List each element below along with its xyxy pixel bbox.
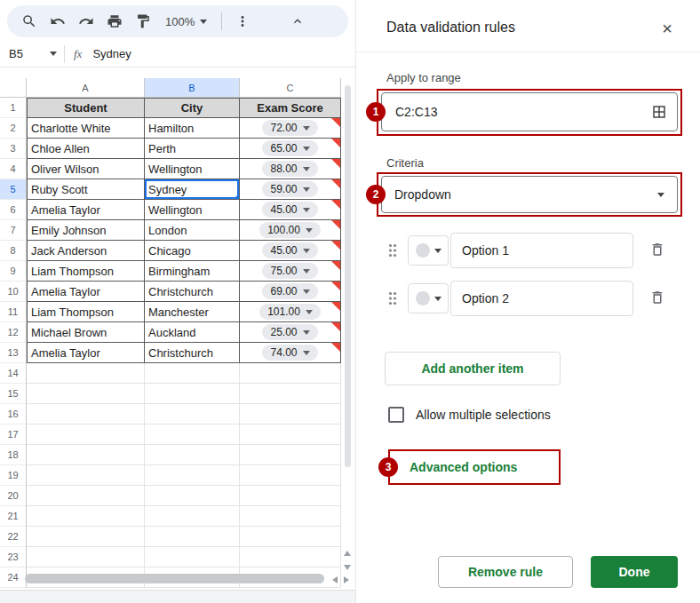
cell[interactable]: Jack Anderson (27, 241, 145, 261)
cell[interactable] (27, 527, 145, 547)
cell[interactable]: Wellington (145, 200, 240, 220)
cell[interactable]: Emily Johnson (27, 220, 145, 241)
add-another-item-button[interactable]: Add another item (385, 352, 561, 385)
row-header-9[interactable]: 9 (0, 261, 27, 282)
dropdown-chip[interactable]: 100.00 (259, 222, 321, 238)
cell[interactable] (240, 486, 341, 506)
drag-handle-icon[interactable] (388, 243, 397, 261)
cell[interactable] (240, 424, 341, 445)
dropdown-chip[interactable]: 101.00 (259, 304, 321, 320)
cell[interactable]: Sydney (145, 179, 240, 200)
paint-format-icon[interactable] (130, 8, 156, 35)
select-range-icon[interactable] (651, 104, 667, 120)
row-header-18[interactable]: 18 (0, 445, 27, 465)
row-header-12[interactable]: 12 (0, 322, 27, 343)
cell[interactable] (145, 506, 240, 527)
cell[interactable] (27, 424, 145, 445)
cell[interactable]: Wellington (145, 159, 240, 179)
cell[interactable]: Chicago (145, 241, 240, 261)
scroll-up-icon[interactable] (341, 547, 354, 559)
row-header-11[interactable]: 11 (0, 302, 27, 322)
dropdown-chip[interactable]: 25.00 (262, 324, 317, 340)
dropdown-chip[interactable]: 88.00 (262, 161, 317, 177)
cell[interactable]: 88.00 (240, 159, 341, 179)
column-header-B[interactable]: B (145, 78, 240, 98)
cell[interactable] (240, 384, 341, 404)
option-color-picker[interactable] (408, 283, 449, 313)
column-header-A[interactable]: A (27, 78, 145, 98)
cell[interactable]: Student (27, 98, 145, 118)
cell[interactable] (240, 547, 341, 567)
option-color-picker[interactable] (408, 235, 449, 266)
option-text-input[interactable] (450, 233, 633, 268)
row-header-24[interactable]: 24 (0, 567, 27, 588)
cell[interactable] (240, 404, 341, 424)
cell[interactable]: Oliver Wilson (27, 159, 145, 179)
dropdown-chip[interactable]: 74.00 (262, 345, 317, 361)
cell[interactable]: Amelia Taylor (27, 282, 145, 302)
cell[interactable]: 45.00 (240, 200, 341, 220)
cell[interactable]: Perth (145, 139, 240, 159)
drag-handle-icon[interactable] (388, 291, 397, 309)
cell[interactable] (27, 384, 145, 404)
cell[interactable] (145, 424, 240, 445)
row-header-10[interactable]: 10 (0, 282, 27, 302)
cell[interactable] (145, 486, 240, 506)
select-all-corner[interactable] (0, 78, 27, 98)
option-text-input[interactable] (450, 281, 633, 316)
dropdown-chip[interactable]: 65.00 (262, 140, 317, 156)
row-header-7[interactable]: 7 (0, 220, 27, 241)
cell[interactable]: Christchurch (145, 282, 240, 302)
criteria-dropdown[interactable]: Dropdown (381, 176, 678, 213)
cell[interactable] (145, 445, 240, 465)
cell[interactable] (240, 527, 341, 547)
trash-icon[interactable] (649, 242, 665, 261)
row-header-23[interactable]: 23 (0, 547, 27, 567)
zoom-select[interactable]: 100% (158, 9, 214, 34)
cell[interactable]: 100.00 (240, 220, 341, 241)
cell[interactable]: 25.00 (240, 322, 341, 343)
cell[interactable] (145, 547, 240, 567)
cell[interactable] (240, 465, 341, 486)
cell[interactable]: Amelia Taylor (27, 343, 145, 363)
cell[interactable] (27, 506, 145, 527)
row-header-1[interactable]: 1 (0, 98, 27, 118)
redo-icon[interactable] (73, 8, 99, 35)
row-header-19[interactable]: 19 (0, 465, 27, 486)
trash-icon[interactable] (649, 290, 665, 309)
cell[interactable]: Michael Brown (27, 322, 145, 343)
dropdown-chip[interactable]: 45.00 (262, 242, 317, 258)
cell[interactable]: Ruby Scott (27, 179, 145, 200)
row-header-3[interactable]: 3 (0, 139, 27, 159)
cell[interactable] (145, 527, 240, 547)
cell[interactable] (145, 404, 240, 424)
row-header-17[interactable]: 17 (0, 424, 27, 445)
cell[interactable] (240, 363, 341, 384)
vertical-scrollbar[interactable] (345, 85, 351, 467)
dropdown-chip[interactable]: 69.00 (262, 283, 317, 299)
range-input[interactable]: C2:C13 (381, 92, 678, 131)
cell[interactable]: Christchurch (145, 343, 240, 363)
row-header-16[interactable]: 16 (0, 404, 27, 424)
cell[interactable] (240, 506, 341, 527)
search-icon[interactable] (16, 8, 43, 35)
collapse-toolbar-icon[interactable] (284, 8, 311, 35)
cell[interactable]: Exam Score (240, 98, 341, 118)
cell[interactable] (145, 384, 240, 404)
print-icon[interactable] (101, 8, 128, 35)
cell[interactable]: 65.00 (240, 139, 341, 159)
dropdown-chip[interactable]: 45.00 (262, 202, 317, 218)
cell[interactable]: 74.00 (240, 343, 341, 363)
scroll-down-icon[interactable] (341, 561, 354, 574)
cell[interactable]: 69.00 (240, 282, 341, 302)
cell[interactable]: 101.00 (240, 302, 341, 322)
row-header-6[interactable]: 6 (0, 200, 27, 220)
cell[interactable]: Auckland (145, 322, 240, 343)
column-header-C[interactable]: C (240, 78, 341, 98)
cell[interactable] (27, 445, 145, 465)
row-header-2[interactable]: 2 (0, 118, 27, 139)
advanced-options-button[interactable]: Advanced options (410, 460, 517, 474)
cell[interactable]: 72.00 (240, 118, 341, 139)
cell[interactable]: 45.00 (240, 241, 341, 261)
row-header-21[interactable]: 21 (0, 506, 27, 527)
